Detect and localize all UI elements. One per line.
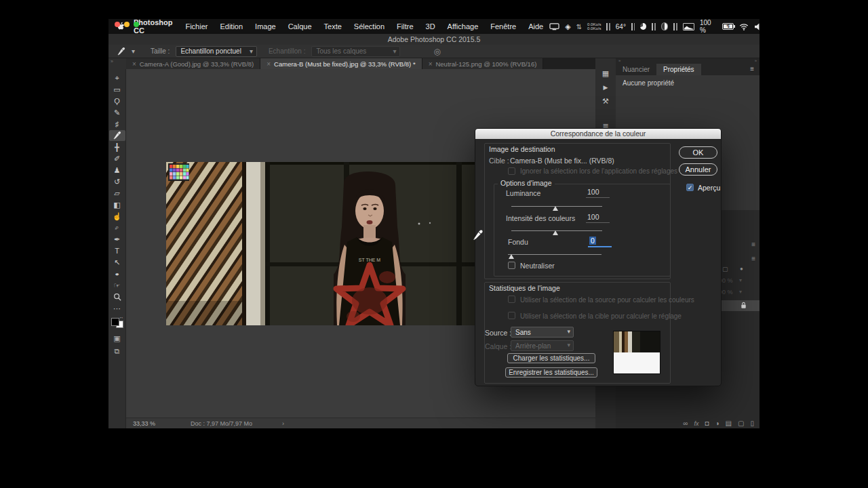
new-layer-icon[interactable]: ▢ xyxy=(738,420,744,427)
menu-3d[interactable]: 3D xyxy=(420,22,441,30)
fondu-field[interactable]: 0 xyxy=(588,237,612,247)
tab-proprietes[interactable]: Propriétés xyxy=(656,64,701,75)
document-tab-neutral[interactable]: × Neutral-125.png @ 100% (RVB/16) xyxy=(422,58,544,69)
neutraliser-checkbox[interactable] xyxy=(508,262,515,269)
marquee-tool[interactable]: ▭ xyxy=(109,84,125,95)
display-mirroring-icon[interactable] xyxy=(549,22,559,30)
memory-pie-icon[interactable] xyxy=(640,23,646,30)
tool-preset-chevron-icon[interactable]: ▾ xyxy=(132,47,135,55)
toolbar-collapse[interactable]: » xyxy=(108,58,126,69)
close-window-button[interactable] xyxy=(115,22,120,27)
history-meter-icon[interactable] xyxy=(673,23,677,30)
link-layers-icon[interactable]: ∞ xyxy=(683,420,688,427)
brush-tool[interactable]: ✐ xyxy=(109,153,125,164)
luminance-field[interactable]: 100 xyxy=(586,188,610,198)
zoom-window-button[interactable] xyxy=(134,22,139,27)
menu-fenetre[interactable]: Fenêtre xyxy=(484,22,522,30)
menu-edition[interactable]: Edition xyxy=(214,22,249,30)
layer-group-icon[interactable]: ▤ xyxy=(726,420,732,427)
status-options-chevron[interactable]: › xyxy=(259,420,284,427)
fondu-slider-thumb[interactable] xyxy=(509,254,514,259)
foreground-background-colors[interactable]: ↔ xyxy=(111,316,124,328)
history-brush-tool[interactable]: ↺ xyxy=(109,176,125,187)
temperature[interactable]: 64° xyxy=(616,23,626,30)
cancel-button[interactable]: Annuler xyxy=(679,163,717,176)
menu-fichier[interactable]: Fichier xyxy=(179,22,214,30)
activity-graph-icon[interactable] xyxy=(683,23,694,30)
screen-mode-button[interactable]: ⧉ xyxy=(109,346,125,357)
menu-selection[interactable]: Sélection xyxy=(348,22,391,30)
actions-panel-icon[interactable]: ▶ xyxy=(604,84,608,91)
taille-dropdown[interactable]: Echantillon ponctuel ▾ xyxy=(176,46,257,57)
close-tab-icon[interactable]: × xyxy=(429,60,433,68)
quick-selection-tool[interactable]: ✎ xyxy=(109,107,125,118)
minimize-window-button[interactable] xyxy=(124,22,130,27)
panel-collapse-bar[interactable]: » » xyxy=(616,58,760,64)
sample-ring-icon[interactable]: ◎ xyxy=(433,47,440,56)
adjustment-layer-icon[interactable]: ◑ xyxy=(715,420,719,427)
load-stats-button[interactable]: Charger les statistiques... xyxy=(507,353,595,363)
sync-arrows-icon[interactable]: ⇅ xyxy=(576,23,582,30)
layer-kind-icon[interactable]: ▢ xyxy=(722,266,728,272)
panel-menu-icon[interactable]: ≡ xyxy=(751,255,755,262)
smudge-tool[interactable]: ☝ xyxy=(109,211,125,222)
menu-calque[interactable]: Calque xyxy=(282,22,318,30)
ok-button[interactable]: OK xyxy=(679,146,717,159)
zoom-tool[interactable] xyxy=(109,291,125,302)
eyedropper-tool-icon[interactable] xyxy=(117,47,125,56)
shape-tool[interactable]: ● xyxy=(109,268,125,279)
fondu-slider[interactable] xyxy=(508,254,601,255)
clone-stamp-tool[interactable]: ♟ xyxy=(109,165,125,176)
dialog-title[interactable]: Correspondance de la couleur xyxy=(475,129,721,139)
eyedropper-tool[interactable] xyxy=(109,130,125,141)
use-target-selection-checkbox[interactable] xyxy=(508,312,515,319)
layer-fil-dot-icon[interactable]: ● xyxy=(740,266,743,272)
menu-filtre[interactable]: Filtre xyxy=(391,22,419,30)
close-tab-icon[interactable]: × xyxy=(267,60,271,68)
intensite-field[interactable]: 100 xyxy=(586,213,610,223)
path-selection-tool[interactable]: ↖ xyxy=(109,257,125,268)
zoom-level-field[interactable]: 33,33 % xyxy=(126,420,163,427)
delete-layer-icon[interactable]: ▯ xyxy=(750,420,754,427)
add-mask-icon[interactable]: ◘ xyxy=(705,420,709,427)
lasso-tool[interactable]: Ϙ xyxy=(109,96,125,106)
document-tab-camera-b[interactable]: × Camera-B (Must be fixed).jpg @ 33,3% (… xyxy=(260,58,422,69)
layer-style-icon[interactable]: fx xyxy=(694,420,698,427)
document-tab-camera-a[interactable]: × Camera-A (Good).jpg @ 33,3% (RVB/8) xyxy=(126,58,260,69)
apercu-checkbox[interactable]: ✓ xyxy=(686,184,694,191)
luminance-slider-thumb[interactable] xyxy=(553,206,558,211)
dodge-tool[interactable]: ♀ xyxy=(109,222,125,233)
panel-menu-icon[interactable]: ≡ xyxy=(745,64,760,75)
disk-meter-icon[interactable] xyxy=(652,23,655,30)
dropbox-icon[interactable]: ◈ xyxy=(565,22,570,31)
crop-tool[interactable]: ♯ xyxy=(109,119,125,129)
wifi-icon[interactable] xyxy=(739,23,749,30)
disk-pie-icon[interactable] xyxy=(661,22,669,30)
menu-aide[interactable]: Aide xyxy=(522,22,549,30)
use-source-selection-checkbox[interactable] xyxy=(508,296,515,303)
tab-nuancier[interactable]: Nuancier xyxy=(616,64,656,75)
spot-healing-tool[interactable]: ╋ xyxy=(109,142,125,152)
source-dropdown[interactable]: Sans ▾ xyxy=(511,327,574,338)
gradient-tool[interactable]: ◧ xyxy=(109,199,125,210)
more-tools-button[interactable]: ⋯ xyxy=(109,303,125,314)
foreground-color-chip[interactable] xyxy=(111,318,119,326)
eraser-tool[interactable]: ▱ xyxy=(109,188,125,199)
close-tab-icon[interactable]: × xyxy=(132,60,136,68)
calque-dropdown[interactable]: Arrière-plan ▾ xyxy=(511,340,574,351)
ignore-selection-checkbox[interactable] xyxy=(508,167,515,175)
memory-meter-icon[interactable] xyxy=(631,23,635,30)
type-tool[interactable]: T xyxy=(109,245,125,256)
tool-presets-panel-icon[interactable]: ⚒ xyxy=(602,97,609,106)
volume-icon[interactable] xyxy=(754,23,760,30)
menu-texte[interactable]: Texte xyxy=(318,22,348,30)
pen-tool[interactable]: ✒ xyxy=(109,234,125,245)
hand-tool[interactable]: ☞ xyxy=(109,280,125,291)
save-stats-button[interactable]: Enregistrer les statistiques... xyxy=(505,367,597,378)
quick-mask-button[interactable]: ▣ xyxy=(109,333,125,344)
panel-menu-icon[interactable]: ≡ xyxy=(751,241,755,248)
swap-colors-icon[interactable]: ↔ xyxy=(119,314,124,319)
menu-image[interactable]: Image xyxy=(249,22,282,30)
cpu-meter-icon[interactable] xyxy=(606,23,610,30)
intensite-slider-thumb[interactable] xyxy=(553,230,558,235)
